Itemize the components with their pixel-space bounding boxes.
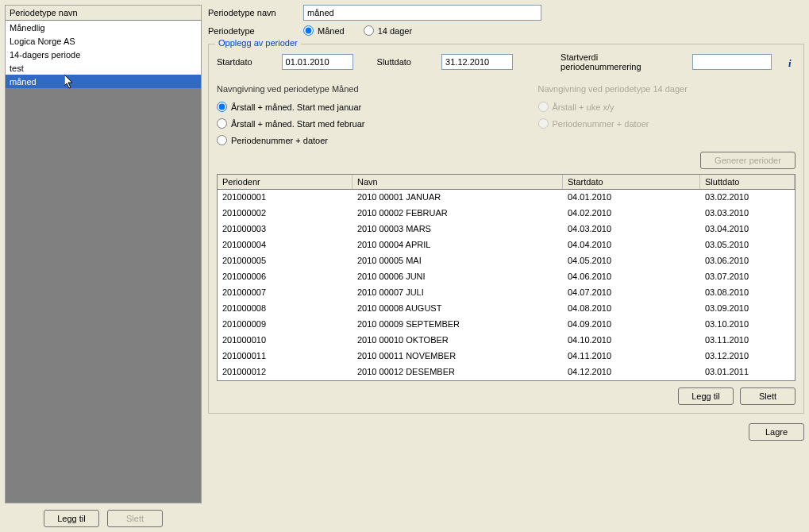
- table-row[interactable]: 2010000032010 00003 MARS04.03.201003.04.…: [218, 222, 795, 237]
- left-panel: Periodetype navn Månedlig Logica Norge A…: [5, 5, 202, 527]
- table-cell: 04.04.2010: [563, 237, 700, 253]
- table-cell: 04.03.2010: [563, 222, 700, 237]
- table-delete-button[interactable]: Slett: [740, 387, 796, 405]
- left-delete-button[interactable]: Slett: [107, 510, 163, 527]
- type-label: Periodetype: [208, 26, 303, 36]
- fieldset-legend: Opplegg av perioder: [215, 38, 301, 48]
- footer-row: Lagre: [208, 418, 804, 441]
- table-row[interactable]: 2010000112010 00011 NOVEMBER04.11.201003…: [218, 349, 795, 364]
- th-sluttdato[interactable]: Sluttdato: [700, 175, 795, 189]
- list-item[interactable]: test: [6, 61, 201, 75]
- table-row[interactable]: 2010000062010 00006 JUNI04.06.201003.07.…: [218, 269, 795, 285]
- name-row: Periodetype navn: [208, 5, 804, 21]
- 14-week-radio: Årstall + uke x/y: [538, 102, 796, 112]
- table-cell: 201000001: [218, 190, 352, 206]
- table-row[interactable]: 2010000072010 00007 JULI04.07.201003.08.…: [218, 285, 795, 301]
- table-cell: 03.12.2010: [700, 349, 795, 364]
- th-navn[interactable]: Navn: [352, 175, 563, 189]
- table-cell: 201000010: [218, 333, 352, 349]
- type-14-radio[interactable]: 14 dager: [364, 25, 412, 36]
- table-cell: 04.09.2010: [563, 317, 700, 333]
- th-startdato[interactable]: Startdato: [563, 175, 700, 189]
- period-setup-fieldset: Opplegg av perioder Startdato Sluttdato …: [208, 44, 804, 414]
- naming-14-options: Årstall + uke x/y Periodenummer + datoer: [538, 102, 796, 129]
- table-cell: 201000012: [218, 364, 352, 380]
- table-cell: 2010 00003 MARS: [352, 222, 563, 237]
- table-cell: 03.10.2010: [700, 317, 795, 333]
- month-num-label: Periodenummer + datoer: [231, 136, 328, 145]
- th-periodenr[interactable]: Periodenr: [218, 175, 352, 189]
- list-item[interactable]: Månedlig: [6, 21, 201, 34]
- table-cell: 201000008: [218, 301, 352, 317]
- table-add-button[interactable]: Legg til: [678, 387, 734, 405]
- month-jan-radio-input[interactable]: [217, 102, 227, 112]
- table-cell: 04.08.2010: [563, 301, 700, 317]
- left-buttons-row: Legg til Slett: [5, 503, 202, 527]
- table-cell: 201000007: [218, 285, 352, 301]
- 14-num-label: Periodenummer + datoer: [553, 119, 649, 129]
- table-cell: 2010 00008 AUGUST: [352, 301, 563, 317]
- listbox-items: Månedlig Logica Norge AS 14-dagers perio…: [6, 21, 201, 88]
- table-rows-bg: 2010000012010 00001 JANUAR04.01.201003.0…: [218, 190, 795, 380]
- table-cell: 04.11.2010: [563, 349, 700, 364]
- 14-week-radio-input: [538, 102, 549, 112]
- table-row[interactable]: 2010000082010 00008 AUGUST04.08.201003.0…: [218, 301, 795, 317]
- table-cell: 2010 00006 JUNI: [352, 269, 563, 285]
- info-icon[interactable]: i: [784, 57, 796, 70]
- startdate-label: Startdato: [217, 57, 274, 67]
- table-cell: 04.10.2010: [563, 333, 700, 349]
- name-input[interactable]: [303, 5, 541, 21]
- mouse-cursor-icon: [64, 75, 75, 91]
- table-cell: 03.11.2010: [700, 333, 795, 349]
- table-cell: 201000002: [218, 206, 352, 222]
- type-row: Periodetype Måned 14 dager: [208, 25, 804, 36]
- table-cell: 04.01.2010: [563, 190, 700, 206]
- table-cell: 2010 00002 FEBRUAR: [352, 206, 563, 222]
- name-label: Periodetype navn: [208, 8, 303, 17]
- table-row[interactable]: 2010000052010 00005 MAI04.05.201003.06.2…: [218, 253, 795, 269]
- month-num-radio-input[interactable]: [217, 135, 227, 145]
- enddate-input[interactable]: [441, 54, 513, 70]
- month-jan-radio[interactable]: Årstall + måned. Start med januar: [217, 102, 475, 112]
- table-body[interactable]: 2010000012010 00001 JANUAR04.01.201003.0…: [218, 190, 795, 380]
- table-cell: 2010 00001 JANUAR: [352, 190, 563, 206]
- table-row[interactable]: 2010000012010 00001 JANUAR04.01.201003.0…: [218, 190, 795, 206]
- type-month-radio-input[interactable]: [303, 25, 314, 36]
- month-num-radio[interactable]: Periodenummer + datoer: [217, 135, 475, 145]
- list-item-selected[interactable]: måned: [6, 75, 201, 88]
- table-row[interactable]: 2010000022010 00002 FEBRUAR04.02.201003.…: [218, 206, 795, 222]
- table-row[interactable]: 2010000122010 00012 DESEMBER04.12.201003…: [218, 364, 795, 380]
- table-cell: 03.02.2010: [700, 190, 795, 206]
- table-cell: 2010 00010 OKTOBER: [352, 333, 563, 349]
- left-add-button[interactable]: Legg til: [44, 510, 99, 527]
- list-item[interactable]: 14-dagers periode: [6, 48, 201, 61]
- table-cell: 03.04.2010: [700, 222, 795, 237]
- table-row[interactable]: 2010000102010 00010 OKTOBER04.10.201003.…: [218, 333, 795, 349]
- table-row[interactable]: 2010000092010 00009 SEPTEMBER04.09.20100…: [218, 317, 795, 333]
- type-month-radio[interactable]: Måned: [303, 25, 345, 36]
- list-item[interactable]: Logica Norge AS: [6, 34, 201, 48]
- 14-week-label: Årstall + uke x/y: [553, 102, 614, 112]
- generate-button[interactable]: Generer perioder: [700, 152, 796, 169]
- table-cell: 2010 00005 MAI: [352, 253, 563, 269]
- startdate-input[interactable]: [282, 54, 353, 70]
- save-button[interactable]: Lagre: [749, 423, 804, 441]
- table-cell: 201000003: [218, 222, 352, 237]
- table-row[interactable]: 2010000042010 00004 APRIL04.04.201003.05…: [218, 237, 795, 253]
- table-cell: 03.01.2011: [700, 364, 795, 380]
- naming-month-col: Navngivning ved periodetype Måned Årstal…: [217, 84, 475, 145]
- naming-columns: Navngivning ved periodetype Måned Årstal…: [217, 84, 796, 145]
- table-cell: 04.12.2010: [563, 364, 700, 380]
- startnum-input[interactable]: [692, 54, 772, 70]
- table-cell: 2010 00009 SEPTEMBER: [352, 317, 563, 333]
- type-radio-group: Måned 14 dager: [303, 25, 412, 36]
- table-cell: 03.06.2010: [700, 253, 795, 269]
- month-jan-label: Årstall + måned. Start med januar: [231, 102, 361, 112]
- periodetype-listbox[interactable]: Månedlig Logica Norge AS 14-dagers perio…: [5, 21, 202, 503]
- enddate-label: Sluttdato: [377, 57, 434, 67]
- month-feb-radio[interactable]: Årstall + måned. Start med februar: [217, 118, 475, 129]
- table-cell: 04.06.2010: [563, 269, 700, 285]
- table-cell: 2010 00011 NOVEMBER: [352, 349, 563, 364]
- month-feb-radio-input[interactable]: [217, 118, 227, 129]
- type-14-radio-input[interactable]: [364, 25, 374, 36]
